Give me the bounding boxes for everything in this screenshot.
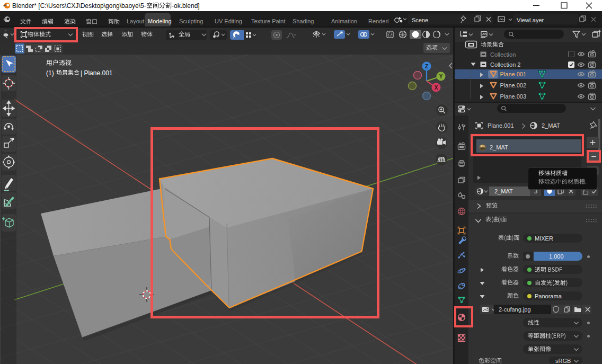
svg-text:X: X bbox=[435, 85, 438, 91]
svg-text:Z: Z bbox=[425, 64, 428, 69]
svg-text:Y: Y bbox=[439, 74, 443, 79]
